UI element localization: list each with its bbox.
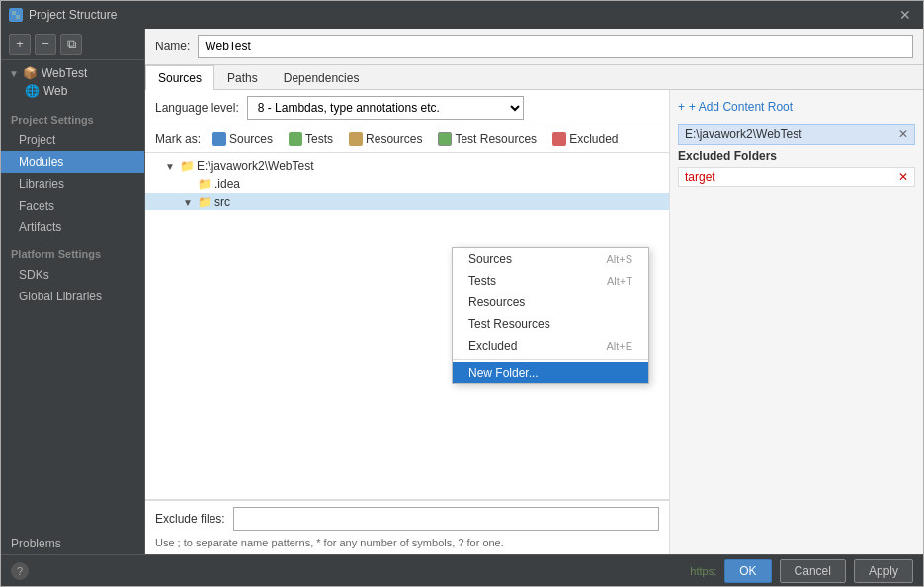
sidebar-item-project[interactable]: Project xyxy=(1,129,144,151)
tab-dependencies[interactable]: Dependencies xyxy=(271,65,373,90)
exclude-section: Exclude files: Use ; to separate name pa… xyxy=(145,499,669,554)
right-content: + + Add Content Root E:\javawork2\WebTes… xyxy=(670,90,923,554)
add-button[interactable]: + xyxy=(9,34,31,55)
tree-root[interactable]: ▼ 📁 E:\javawork2\WebTest xyxy=(145,157,669,175)
mark-excluded-btn[interactable]: Excluded xyxy=(548,132,622,146)
excluded-item-remove-btn[interactable]: ✕ xyxy=(898,170,908,184)
module-root-label: WebTest xyxy=(42,66,87,80)
window-title: Project Structure xyxy=(29,8,889,22)
titlebar: Project Structure ✕ xyxy=(1,1,923,29)
apply-button[interactable]: Apply xyxy=(854,559,913,583)
close-button[interactable]: ✕ xyxy=(895,7,915,23)
ctx-sources[interactable]: Sources Alt+S xyxy=(453,248,648,270)
ok-button[interactable]: OK xyxy=(724,559,771,583)
lang-label: Language level: xyxy=(155,101,239,115)
sidebar-item-artifacts[interactable]: Artifacts xyxy=(1,216,144,238)
sidebar-item-facets[interactable]: Facets xyxy=(1,195,144,216)
copy-button[interactable]: ⧉ xyxy=(60,34,82,55)
language-level-row: Language level: 8 - Lambdas, type annota… xyxy=(145,90,669,126)
excluded-item-target: target ✕ xyxy=(678,167,915,187)
module-child-label: Web xyxy=(43,84,67,98)
exclude-input[interactable] xyxy=(233,507,659,531)
mark-tests-btn[interactable]: Tests xyxy=(285,132,337,146)
sidebar-toolbar: + − ⧉ xyxy=(1,29,144,60)
excluded-header: Excluded Folders xyxy=(678,149,915,163)
cancel-button[interactable]: Cancel xyxy=(780,559,846,583)
left-content: Language level: 8 - Lambdas, type annota… xyxy=(145,90,670,554)
mark-as-row: Mark as: Sources Tests Resources xyxy=(145,126,669,153)
project-settings-header: Project Settings xyxy=(1,108,144,129)
platform-settings-header: Platform Settings xyxy=(1,242,144,264)
add-root-icon: + xyxy=(678,100,685,114)
ctx-excluded-shortcut: Alt+E xyxy=(606,340,632,352)
excluded-item-label: target xyxy=(685,170,715,184)
exclude-row: Exclude files: xyxy=(145,500,669,537)
tree-idea-label: .idea xyxy=(214,177,240,191)
module-tree-child[interactable]: 🌐 Web xyxy=(1,82,144,100)
module-tree-root[interactable]: ▼ 📦 WebTest xyxy=(1,64,144,82)
module-tree: ▼ 📦 WebTest 🌐 Web xyxy=(1,60,144,104)
tabs: Sources Paths Dependencies xyxy=(145,65,923,90)
exclude-hint: Use ; to separate name patterns, * for a… xyxy=(145,537,669,554)
help-button[interactable]: ? xyxy=(11,562,29,580)
ctx-separator xyxy=(453,359,648,360)
ctx-excluded[interactable]: Excluded Alt+E xyxy=(453,335,648,357)
sidebar-item-modules[interactable]: Modules xyxy=(1,151,144,173)
ctx-new-folder[interactable]: New Folder... xyxy=(453,362,648,383)
mark-as-label: Mark as: xyxy=(155,132,201,146)
lang-select[interactable]: 8 - Lambdas, type annotations etc. xyxy=(247,96,524,120)
sidebar-item-sdks[interactable]: SDKs xyxy=(1,264,144,286)
project-structure-window: Project Structure ✕ + − ⧉ ▼ 📦 WebTest 🌐 xyxy=(0,0,924,587)
context-menu: Sources Alt+S Tests Alt+T Resources xyxy=(452,247,649,384)
tree-item-src[interactable]: ▼ 📁 src xyxy=(145,193,669,210)
tree-root-label: E:\javawork2\WebTest xyxy=(197,159,314,173)
right-panel: Name: Sources Paths Dependencies xyxy=(145,29,923,554)
file-tree-area: ▼ 📁 E:\javawork2\WebTest 📁 .idea xyxy=(145,153,669,499)
ctx-test-resources[interactable]: Test Resources xyxy=(453,313,648,335)
name-input[interactable] xyxy=(198,35,913,58)
tree-item-idea[interactable]: 📁 .idea xyxy=(145,175,669,193)
name-label: Name: xyxy=(155,40,190,53)
svg-rect-0 xyxy=(12,11,16,15)
sidebar-item-libraries[interactable]: Libraries xyxy=(1,173,144,195)
ctx-sources-shortcut: Alt+S xyxy=(606,253,632,265)
ctx-tests[interactable]: Tests Alt+T xyxy=(453,270,648,292)
tab-content: Language level: 8 - Lambdas, type annota… xyxy=(145,90,923,554)
ctx-tests-shortcut: Alt+T xyxy=(607,275,632,287)
root-item-close-btn[interactable]: ✕ xyxy=(898,127,908,141)
root-item: E:\javawork2\WebTest ✕ xyxy=(678,124,915,145)
mark-sources-btn[interactable]: Sources xyxy=(209,132,277,146)
svg-rect-1 xyxy=(16,15,20,19)
status-url: https: xyxy=(37,565,716,577)
exclude-label: Exclude files: xyxy=(155,512,225,526)
sidebar-item-problems[interactable]: Problems xyxy=(1,533,144,554)
mark-resources-btn[interactable]: Resources xyxy=(345,132,426,146)
remove-button[interactable]: − xyxy=(35,34,56,55)
app-icon xyxy=(9,8,23,22)
name-row: Name: xyxy=(145,29,923,65)
add-content-root-btn[interactable]: + + Add Content Root xyxy=(678,98,915,116)
tab-paths[interactable]: Paths xyxy=(214,65,271,90)
bottom-bar: ? https: OK Cancel Apply xyxy=(1,554,923,586)
sidebar-item-global-libraries[interactable]: Global Libraries xyxy=(1,286,144,307)
tree-src-label: src xyxy=(214,195,230,209)
mark-test-resources-btn[interactable]: Test Resources xyxy=(434,132,541,146)
main-body: + − ⧉ ▼ 📦 WebTest 🌐 Web Project Settings xyxy=(1,29,923,554)
sidebar: + − ⧉ ▼ 📦 WebTest 🌐 Web Project Settings xyxy=(1,29,145,554)
root-item-label: E:\javawork2\WebTest xyxy=(685,127,802,141)
tab-sources[interactable]: Sources xyxy=(145,65,214,90)
ctx-resources[interactable]: Resources xyxy=(453,292,648,313)
